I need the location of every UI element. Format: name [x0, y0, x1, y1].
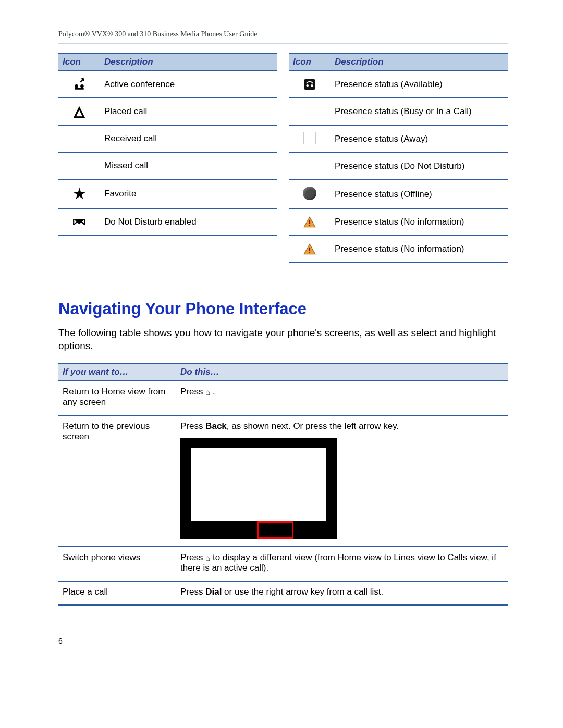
- running-header: Polycom® VVX® 300 and 310 Business Media…: [58, 30, 508, 39]
- table-row: Switch phone views Press ⌂ to display a …: [58, 547, 508, 581]
- nav-want: Return to Home view from any screen: [58, 381, 176, 415]
- col-header-desc: Description: [331, 53, 508, 71]
- table-row: Presence status (No information): [289, 208, 508, 236]
- icon-desc: Received call: [100, 125, 277, 152]
- svg-point-1: [80, 84, 84, 88]
- svg-rect-4: [304, 79, 315, 90]
- table-row: Presence status (Busy or In a Call): [289, 98, 508, 125]
- table-row: ★ Favorite: [58, 179, 277, 208]
- icon-desc: Active conference: [100, 71, 277, 98]
- icon-desc: Presence status (Away): [331, 125, 508, 153]
- icon-desc: Presence status (No information): [331, 208, 508, 236]
- table-row: Return to the previous screen Press Back…: [58, 415, 508, 547]
- table-row: Missed call: [58, 152, 277, 179]
- svg-point-0: [75, 84, 78, 88]
- icon-table-left: Icon Description Active conference Place…: [58, 53, 277, 263]
- col-header-icon: Icon: [58, 53, 100, 71]
- home-key-icon: ⌂: [205, 553, 210, 562]
- favorite-icon: ★: [72, 185, 87, 202]
- presence-available-icon: [303, 79, 316, 89]
- page-number: 6: [58, 637, 508, 645]
- svg-rect-10: [309, 252, 310, 253]
- nav-col-want: If you want to…: [58, 363, 176, 381]
- icon-desc: Missed call: [100, 152, 277, 179]
- table-row: Place a call Press Dial or use the right…: [58, 581, 508, 605]
- table-row: Active conference: [58, 71, 277, 98]
- presence-noinfo-icon: [303, 216, 316, 226]
- dnd-enabled-icon: [72, 216, 86, 226]
- icon-desc: Favorite: [100, 179, 277, 208]
- svg-rect-3: [74, 117, 84, 118]
- svg-point-5: [307, 84, 309, 87]
- icon-desc: Presence status (Do Not Disturb): [331, 153, 508, 180]
- home-key-icon: ⌂: [205, 388, 210, 397]
- nav-do: Press ⌂ to display a different view (fro…: [176, 547, 508, 581]
- icon-desc: Presence status (Available): [331, 71, 508, 98]
- presence-noinfo2-icon: [303, 243, 316, 253]
- section-heading: Navigating Your Phone Interface: [58, 300, 508, 318]
- presence-away-icon: [303, 137, 316, 146]
- section-intro: The following table shows you how to nav…: [58, 327, 508, 352]
- icon-desc: Presence status (Offline): [331, 180, 508, 208]
- icon-desc: Placed call: [100, 98, 277, 125]
- table-row: Received call: [58, 125, 277, 152]
- nav-want: Return to the previous screen: [58, 415, 176, 547]
- svg-rect-8: [309, 225, 310, 226]
- table-row: Presence status (Away): [289, 125, 508, 153]
- nav-do: Press ⌂ .: [176, 381, 508, 415]
- nav-col-do: Do this…: [176, 363, 508, 381]
- table-row: Presence status (No information): [289, 236, 508, 263]
- nav-table: If you want to… Do this… Return to Home …: [58, 363, 508, 606]
- table-row: Placed call: [58, 98, 277, 125]
- col-header-icon: Icon: [289, 53, 331, 71]
- table-row: Presence status (Available): [289, 71, 508, 98]
- icon-desc: Presence status (No information): [331, 236, 508, 263]
- nav-do: Press Dial or use the right arrow key fr…: [176, 581, 508, 605]
- nav-do: Press Back, as shown next. Or press the …: [176, 415, 508, 547]
- icon-desc: Do Not Disturb enabled: [100, 208, 277, 236]
- col-header-desc: Description: [100, 53, 277, 71]
- icon-tables: Icon Description Active conference Place…: [58, 53, 508, 263]
- header-rule: [58, 43, 508, 44]
- table-row: Do Not Disturb enabled: [58, 208, 277, 236]
- nav-want: Switch phone views: [58, 547, 176, 581]
- phone-screenshot: [180, 438, 337, 539]
- table-row: Presence status (Do Not Disturb): [289, 153, 508, 180]
- table-row: Presence status (Offline): [289, 180, 508, 208]
- icon-desc: Presence status (Busy or In a Call): [331, 98, 508, 125]
- nav-want: Place a call: [58, 581, 176, 605]
- svg-rect-7: [309, 220, 310, 224]
- conference-icon: [72, 79, 86, 89]
- presence-offline-icon: [303, 192, 316, 202]
- svg-rect-9: [309, 248, 310, 251]
- icon-table-right: Icon Description Presence status (Availa…: [289, 53, 508, 263]
- svg-rect-2: [75, 88, 83, 90]
- svg-point-6: [311, 84, 313, 87]
- placed-call-icon: [72, 106, 86, 116]
- back-softkey-highlight: [257, 521, 293, 539]
- table-row: Return to Home view from any screen Pres…: [58, 381, 508, 415]
